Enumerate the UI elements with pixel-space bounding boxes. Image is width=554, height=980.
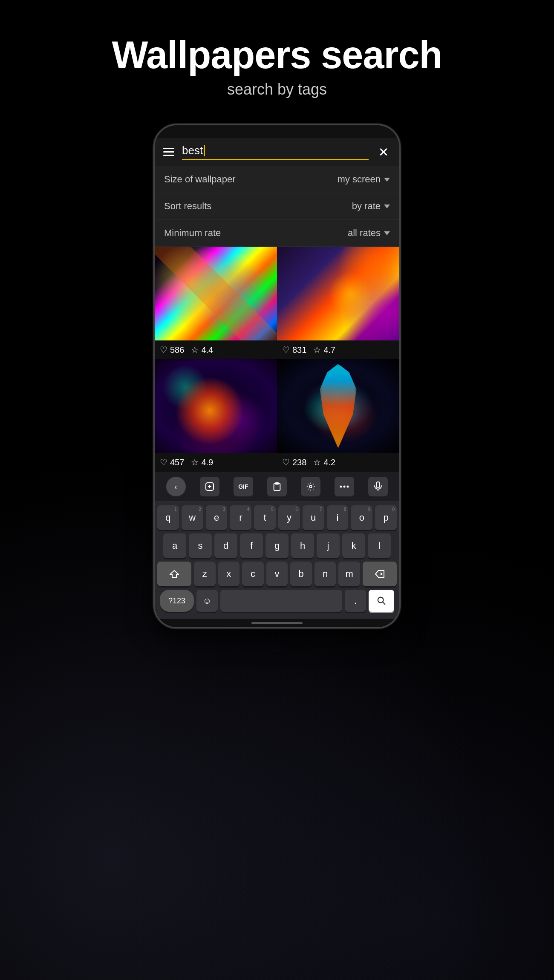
filter-rate-row: Minimum rate all rates: [155, 220, 399, 247]
key-i[interactable]: i8: [327, 505, 349, 530]
phone-frame: best Size of wallpaper my screen Sort re…: [153, 124, 401, 628]
rating-3: 4.9: [201, 458, 213, 467]
key-t[interactable]: t5: [254, 505, 276, 530]
filter-rate-value: all rates: [348, 228, 381, 239]
keyboard-mic-button[interactable]: [368, 477, 388, 496]
heart-icon-1: ♡: [160, 345, 167, 355]
key-n[interactable]: n: [315, 562, 336, 586]
key-e[interactable]: e3: [206, 505, 228, 530]
filter-rate-arrow-icon: [384, 231, 390, 235]
wallpaper-item-3[interactable]: ♡ 457 ☆ 4.9: [155, 359, 277, 472]
clear-search-button[interactable]: [376, 145, 391, 159]
filter-size-arrow-icon: [384, 178, 390, 182]
key-k[interactable]: k: [342, 533, 365, 558]
page-subtitle: search by tags: [112, 81, 442, 98]
star-icon-3: ☆: [191, 457, 199, 467]
filter-rate-label: Minimum rate: [164, 228, 221, 239]
keyboard-toolbar: ‹ GIF: [155, 472, 399, 502]
likes-count-2: 831: [292, 345, 306, 355]
hamburger-menu-button[interactable]: [163, 148, 174, 156]
home-indicator: [251, 622, 303, 624]
svg-point-5: [343, 486, 346, 488]
filter-sort-dropdown[interactable]: by rate: [352, 201, 390, 212]
key-l[interactable]: l: [368, 533, 391, 558]
filter-sort-value: by rate: [352, 201, 381, 212]
key-y[interactable]: y6: [278, 505, 300, 530]
key-z[interactable]: z: [194, 562, 216, 586]
key-g[interactable]: g: [265, 533, 289, 558]
wallpaper-stats-1: ♡ 586 ☆ 4.4: [155, 340, 277, 359]
key-p[interactable]: p0: [375, 505, 397, 530]
key-r[interactable]: r4: [230, 505, 251, 530]
svg-rect-7: [376, 482, 380, 488]
key-h[interactable]: h: [291, 533, 314, 558]
key-emoji[interactable]: ☺: [196, 590, 218, 612]
filter-size-label: Size of wallpaper: [164, 174, 236, 185]
keyboard-key-rows: q1 w2 e3 r4 t5 y6 u7 i8 o9 p0 a s d f: [155, 502, 399, 619]
search-input-wrapper[interactable]: best: [182, 144, 369, 160]
heart-icon-2: ♡: [282, 345, 290, 355]
search-cursor: [204, 145, 205, 156]
search-query: best: [182, 144, 203, 157]
phone-notch: [251, 130, 303, 138]
filter-size-row: Size of wallpaper my screen: [155, 166, 399, 193]
key-space[interactable]: [220, 590, 342, 612]
wallpaper-image-rubik: [155, 247, 277, 340]
keyboard-gif-button[interactable]: GIF: [234, 477, 253, 496]
wallpaper-item-4[interactable]: ♡ 238 ☆ 4.2: [277, 359, 399, 472]
rating-1: 4.4: [201, 345, 213, 355]
wallpaper-stats-2: ♡ 831 ☆ 4.7: [277, 340, 399, 359]
key-w[interactable]: w2: [182, 505, 203, 530]
key-x[interactable]: x: [218, 562, 240, 586]
key-shift[interactable]: [157, 562, 191, 586]
key-a[interactable]: a: [163, 533, 186, 558]
key-dot[interactable]: .: [345, 590, 366, 612]
star-icon-4: ☆: [313, 457, 321, 467]
header-section: Wallpapers search search by tags: [112, 0, 442, 124]
filter-sort-arrow-icon: [384, 205, 390, 208]
key-numbers[interactable]: ?123: [160, 590, 194, 612]
filter-rate-dropdown[interactable]: all rates: [348, 228, 390, 239]
key-s[interactable]: s: [189, 533, 212, 558]
wallpaper-stats-3: ♡ 457 ☆ 4.9: [155, 453, 277, 472]
page-title: Wallpapers search: [112, 34, 442, 76]
key-u[interactable]: u7: [303, 505, 324, 530]
likes-count-4: 238: [292, 458, 306, 467]
star-icon-1: ☆: [191, 345, 199, 355]
likes-count-1: 586: [170, 345, 184, 355]
keyboard-settings-button[interactable]: [301, 477, 320, 496]
wallpaper-item-2[interactable]: ♡ 831 ☆ 4.7: [277, 247, 399, 359]
wallpaper-item-1[interactable]: ♡ 586 ☆ 4.4: [155, 247, 277, 359]
key-m[interactable]: m: [338, 562, 360, 586]
phone-wrapper: best Size of wallpaper my screen Sort re…: [153, 124, 401, 628]
keyboard-row-2: a s d f g h j k l: [157, 533, 397, 558]
filter-sort-row: Sort results by rate: [155, 193, 399, 220]
key-v[interactable]: v: [266, 562, 288, 586]
wallpaper-grid: ♡ 586 ☆ 4.4 ♡ 831 ☆ 4.7: [155, 247, 399, 472]
wallpaper-image-abstract: [277, 247, 399, 340]
search-bar: best: [155, 138, 399, 166]
keyboard-bottom-row: ?123 ☺ .: [157, 590, 397, 612]
keyboard-row-1: q1 w2 e3 r4 t5 y6 u7 i8 o9 p0: [157, 505, 397, 530]
key-b[interactable]: b: [290, 562, 312, 586]
key-q[interactable]: q1: [157, 505, 179, 530]
key-o[interactable]: o9: [351, 505, 372, 530]
keyboard-back-button[interactable]: ‹: [166, 477, 186, 496]
key-d[interactable]: d: [214, 533, 237, 558]
keyboard-sticker-button[interactable]: [200, 477, 219, 496]
key-backspace[interactable]: [363, 562, 397, 586]
key-c[interactable]: c: [242, 562, 264, 586]
keyboard-clipboard-button[interactable]: [267, 477, 287, 496]
gif-label: GIF: [238, 483, 248, 490]
likes-count-3: 457: [170, 458, 184, 467]
key-search[interactable]: [369, 590, 394, 612]
wallpaper-image-feather: [277, 359, 399, 453]
keyboard-more-button[interactable]: [335, 477, 354, 496]
phone-bottom-bar: [155, 619, 399, 627]
rating-2: 4.7: [323, 345, 335, 355]
svg-point-3: [309, 485, 312, 488]
key-f[interactable]: f: [240, 533, 263, 558]
keyboard-row-3: z x c v b n m: [157, 562, 397, 586]
filter-size-dropdown[interactable]: my screen: [338, 174, 390, 185]
key-j[interactable]: j: [317, 533, 340, 558]
